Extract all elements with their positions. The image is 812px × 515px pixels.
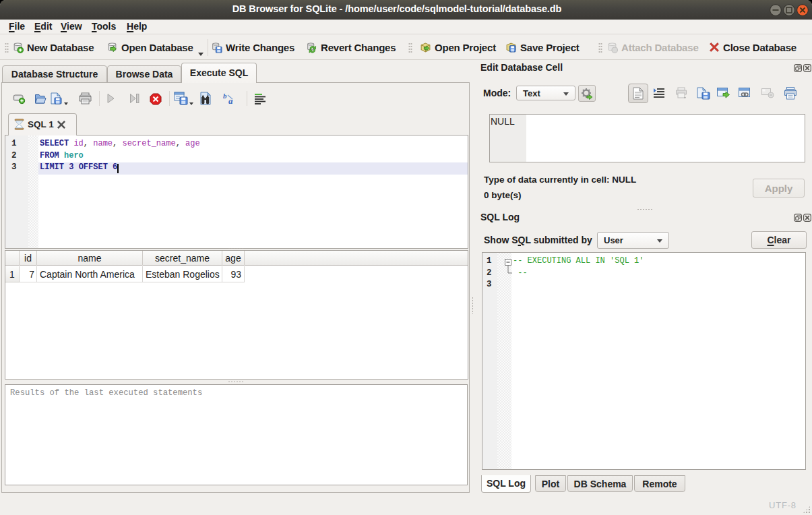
svg-text:b: b	[223, 92, 227, 100]
